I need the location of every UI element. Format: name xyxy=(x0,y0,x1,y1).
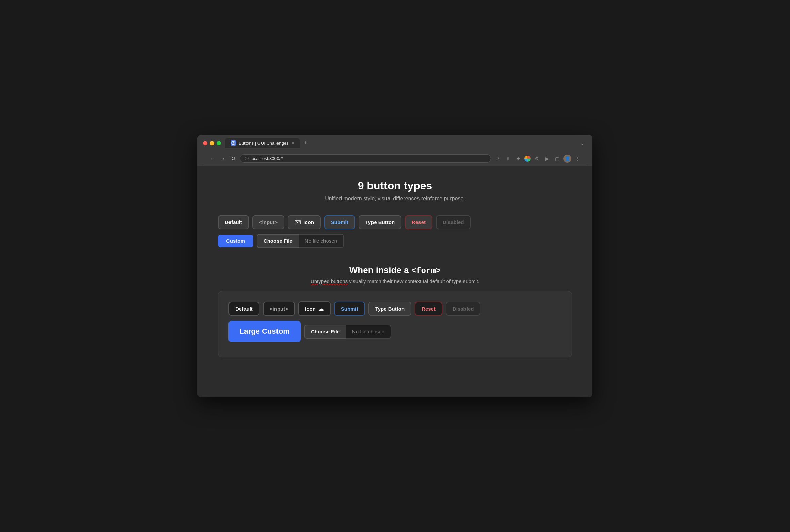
choose-file-button[interactable]: Choose File xyxy=(257,234,299,248)
form-no-file-chosen-label: No file chosen xyxy=(346,325,391,339)
share-icon[interactable]: ⇧ xyxy=(504,155,512,163)
section2-title-prefix: When inside a xyxy=(349,265,411,275)
lock-icon: ⓘ xyxy=(245,156,249,161)
page-title: 9 button types xyxy=(218,179,572,192)
file-input-wrapper: Choose File No file chosen xyxy=(257,234,344,248)
traffic-lights xyxy=(203,141,221,145)
profile-icon[interactable]: 👤 xyxy=(563,155,571,163)
active-tab[interactable]: Buttons | GUI Challenges × xyxy=(225,138,300,148)
section2-subtitle-part1: Untyped buttons xyxy=(311,278,348,284)
puzzle-icon[interactable]: ⚙ xyxy=(533,155,541,163)
form-icon-button[interactable]: Icon ☁ xyxy=(298,301,331,316)
section2-title-code: <form> xyxy=(411,266,441,276)
minimize-window-button[interactable] xyxy=(210,141,214,145)
form-file-input-wrapper: Choose File No file chosen xyxy=(304,325,391,339)
form-icon-button-label: Icon xyxy=(305,306,316,312)
large-custom-button[interactable]: Large Custom xyxy=(228,321,301,342)
new-tab-button[interactable]: + xyxy=(301,138,311,148)
toolbar-icons: ↗ ⇧ ★ ⚙ ▶ ▢ 👤 ⋮ xyxy=(494,155,582,163)
address-text: localhost:3000/# xyxy=(251,156,283,161)
section2-subtitle-part2: visually match their new contextual defa… xyxy=(348,278,479,284)
type-button-button[interactable]: Type Button xyxy=(359,215,401,229)
form-submit-button[interactable]: Submit xyxy=(334,302,365,316)
tab-favicon xyxy=(231,140,236,146)
form-disabled-button: Disabled xyxy=(446,302,481,316)
submit-button[interactable]: Submit xyxy=(324,215,355,229)
form-button-row-1: Default <input> Icon ☁ Submit Type Butto… xyxy=(228,301,562,316)
cloud-icon: ☁ xyxy=(318,306,324,312)
form-button-row-2: Large Custom Choose File No file chosen xyxy=(228,321,562,342)
page-subtitle: Unified modern style, visual differences… xyxy=(218,195,572,202)
bookmark-icon[interactable]: ★ xyxy=(514,155,522,163)
title-bar: Buttons | GUI Challenges × + ⌄ ← → ↻ ⓘ l… xyxy=(198,135,592,166)
reload-button[interactable]: ↻ xyxy=(229,155,237,162)
icon-button[interactable]: Icon xyxy=(288,215,321,229)
default-button[interactable]: Default xyxy=(218,215,249,229)
sidebar-icon[interactable]: ▢ xyxy=(553,155,561,163)
address-bar: ← → ↻ ⓘ localhost:3000/# ↗ ⇧ ★ ⚙ ▶ ▢ 👤 ⋮ xyxy=(203,152,587,166)
address-input-field[interactable]: ⓘ localhost:3000/# xyxy=(240,154,491,163)
top-button-row-2: Custom Choose File No file chosen xyxy=(218,234,572,248)
envelope-icon xyxy=(295,220,301,224)
form-type-button-button[interactable]: Type Button xyxy=(368,302,411,316)
tab-close-button[interactable]: × xyxy=(291,141,294,145)
colorful-icon[interactable] xyxy=(524,156,531,162)
form-container: Default <input> Icon ☁ Submit Type Butto… xyxy=(218,291,572,357)
svg-rect-1 xyxy=(295,220,300,224)
hat-icon[interactable]: ▶ xyxy=(543,155,551,163)
top-button-row-1: Default <input> Icon Submit Type Button … xyxy=(218,215,572,229)
back-button[interactable]: ← xyxy=(208,156,217,162)
no-file-chosen-label: No file chosen xyxy=(299,234,344,248)
section2-title: When inside a <form> xyxy=(218,265,572,276)
maximize-window-button[interactable] xyxy=(217,141,221,145)
form-choose-file-button[interactable]: Choose File xyxy=(304,325,346,339)
section2-title-area: When inside a <form> Untyped buttons vis… xyxy=(218,265,572,284)
tab-title: Buttons | GUI Challenges xyxy=(239,141,288,146)
browser-window: Buttons | GUI Challenges × + ⌄ ← → ↻ ⓘ l… xyxy=(198,135,592,397)
external-link-icon[interactable]: ↗ xyxy=(494,155,502,163)
form-default-button[interactable]: Default xyxy=(228,302,259,316)
form-input-button[interactable]: <input> xyxy=(263,302,295,316)
section2-subtitle: Untyped buttons visually match their new… xyxy=(218,278,572,284)
forward-button[interactable]: → xyxy=(219,156,227,162)
reset-button[interactable]: Reset xyxy=(405,215,432,229)
page-content: 9 button types Unified modern style, vis… xyxy=(198,166,592,397)
tab-chevron-icon[interactable]: ⌄ xyxy=(577,139,587,148)
input-button[interactable]: <input> xyxy=(252,215,284,229)
more-options-button[interactable]: ⋮ xyxy=(573,155,582,163)
close-window-button[interactable] xyxy=(203,141,207,145)
nav-buttons: ← → ↻ xyxy=(208,155,237,162)
form-reset-button[interactable]: Reset xyxy=(415,302,442,316)
custom-button[interactable]: Custom xyxy=(218,235,253,247)
icon-button-label: Icon xyxy=(303,219,314,225)
disabled-button: Disabled xyxy=(436,215,471,229)
tab-bar: Buttons | GUI Challenges × + ⌄ xyxy=(225,138,587,148)
